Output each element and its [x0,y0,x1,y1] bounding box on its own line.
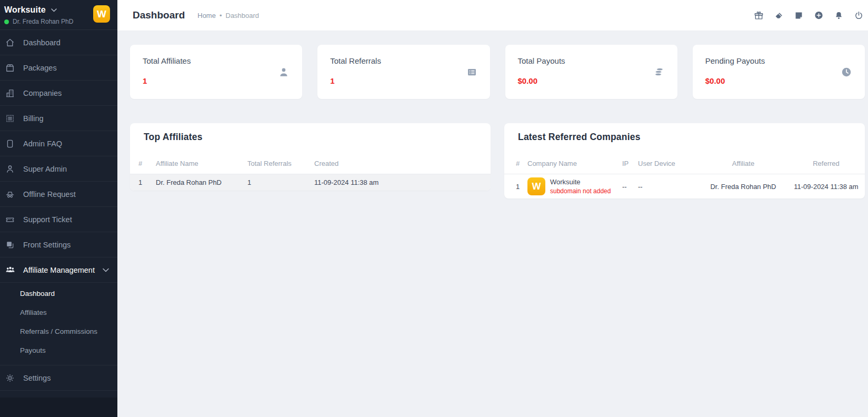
column-header: Affiliate Name [156,155,247,174]
stats-row: Total Affiliates 1 Total Referrals 1 Tot… [130,45,865,99]
receipt-icon [4,113,16,124]
top-bar: Dashboard Home • Dashboard [117,0,868,31]
sidebar-item-label: Billing [23,114,44,123]
sidebar-menu-bottom: Settings [0,365,117,391]
submenu-item-dashboard[interactable]: Dashboard [0,284,117,303]
sidebar-item-label: Companies [23,89,62,97]
topbar-icons [754,11,864,21]
person-icon [4,163,16,175]
top-affiliates-table: # Affiliate Name Total Referrals Created… [130,155,491,191]
page-title: Dashboard [133,9,185,21]
column-header: # [504,155,527,174]
sidebar-footer [0,398,117,417]
dashboard-content: Total Affiliates 1 Total Referrals 1 Tot… [117,31,868,198]
stat-card-pending-payouts: Pending Payouts $0.00 [693,45,865,99]
gift-icon[interactable] [754,11,764,21]
sidebar-header: Worksuite Dr. Freda Rohan PhD W [0,0,117,30]
breadcrumb-current: Dashboard [226,12,260,19]
stat-card-total-affiliates: Total Affiliates 1 [130,45,302,99]
tables-row: Top Affiliates # Affiliate Name Total Re… [130,123,865,198]
top-affiliates-title: Top Affiliates [144,132,491,143]
chevron-down-icon [51,8,57,12]
stat-value: 1 [143,76,290,85]
chevron-down-icon [103,268,109,272]
created-date: 11-09-2024 11:38 am [314,174,491,191]
sidebar-item-settings[interactable]: Settings [0,365,117,391]
column-header: Referred [785,155,865,174]
ticket-icon [4,214,16,225]
building-icon [4,87,16,99]
column-header: IP [622,155,638,174]
app-logo[interactable]: W [93,5,110,23]
clock-icon [841,66,852,78]
company-name: Worksuite [550,178,611,186]
stat-card-total-referrals: Total Referrals 1 [317,45,490,99]
company-cell: W Worksuite subdomain not added [527,174,622,199]
sidebar-item-dashboard[interactable]: Dashboard [0,30,117,55]
subdomain-warning: subdomain not added [550,187,611,195]
sidebar-menu: Dashboard Packages Companies Billing Adm… [0,30,117,283]
sidebar-item-support-ticket[interactable]: Support Ticket [0,207,117,232]
column-header: Company Name [527,155,622,174]
column-header: Created [314,155,491,174]
latest-referred-companies-card: Latest Referred Companies # Company Name… [504,123,865,198]
column-header: # [130,155,156,174]
company-ip: -- [622,174,638,199]
submenu-item-payouts[interactable]: Payouts [0,341,117,360]
sidebar-item-offline-request[interactable]: Offline Request [0,182,117,207]
stat-card-total-payouts: Total Payouts $0.00 [505,45,677,99]
sidebar-item-label: Admin FAQ [23,140,62,148]
incognito-icon [4,188,16,200]
sidebar-item-label: Dashboard [23,38,61,47]
coins-icon [653,66,665,78]
table-row[interactable]: 1 W Worksuite subdomain not added [504,174,865,199]
stat-value: $0.00 [518,76,665,85]
table-row[interactable]: 1 Dr. Freda Rohan PhD 1 11-09-2024 11:38… [130,174,491,191]
file-icon [4,138,16,150]
sidebar-item-label: Settings [23,374,51,382]
online-status-dot [4,19,9,24]
user-icon [278,66,290,78]
breadcrumb-home-link[interactable]: Home [197,12,216,19]
sidebar-item-affiliate-management[interactable]: Affiliate Management [0,257,117,283]
sidebar-item-label: Super Admin [23,165,67,173]
main-area: Dashboard Home • Dashboard [117,0,868,417]
breadcrumb-separator: • [220,12,222,19]
user-device: -- [638,174,701,199]
sidebar-item-label: Packages [23,64,57,72]
list-icon [466,66,477,77]
sidebar-item-label: Support Ticket [23,215,72,224]
sidebar-item-packages[interactable]: Packages [0,55,117,81]
row-index: 1 [504,174,527,199]
sidebar: Worksuite Dr. Freda Rohan PhD W Dashboar… [0,0,117,417]
gear-icon [4,372,16,384]
power-icon[interactable] [854,11,864,21]
referred-date: 11-09-2024 11:38 am [785,174,865,199]
sidebar-item-front-settings[interactable]: Front Settings [0,232,117,257]
sidebar-item-admin-faq[interactable]: Admin FAQ [0,131,117,156]
sidebar-item-super-admin[interactable]: Super Admin [0,156,117,182]
sidebar-item-billing[interactable]: Billing [0,106,117,131]
submenu-item-referrals-commissions[interactable]: Referrals / Commissions [0,322,117,341]
user-name: Dr. Freda Rohan PhD [13,18,73,25]
eraser-icon[interactable] [774,11,784,21]
bell-icon[interactable] [834,11,844,21]
note-icon[interactable] [794,11,804,21]
home-icon [4,37,16,48]
latest-referred-companies-title: Latest Referred Companies [518,132,865,143]
stat-value: 1 [330,76,477,85]
workspace-switcher[interactable]: Worksuite [4,5,73,15]
submenu-item-affiliates[interactable]: Affiliates [0,303,117,322]
row-index: 1 [130,174,156,191]
column-header: User Device [638,155,701,174]
referring-affiliate: Dr. Freda Rohan PhD [701,174,785,199]
plus-circle-icon[interactable] [814,11,824,21]
breadcrumb: Home • Dashboard [197,12,259,19]
stat-label: Pending Payouts [705,56,852,65]
sidebar-item-label: Affiliate Management [23,266,95,274]
affiliate-submenu: Dashboard Affiliates Referrals / Commiss… [0,283,117,365]
column-header: Total Referrals [247,155,314,174]
affiliate-name: Dr. Freda Rohan PhD [156,174,247,191]
users-icon [4,264,16,276]
sidebar-item-companies[interactable]: Companies [0,81,117,106]
